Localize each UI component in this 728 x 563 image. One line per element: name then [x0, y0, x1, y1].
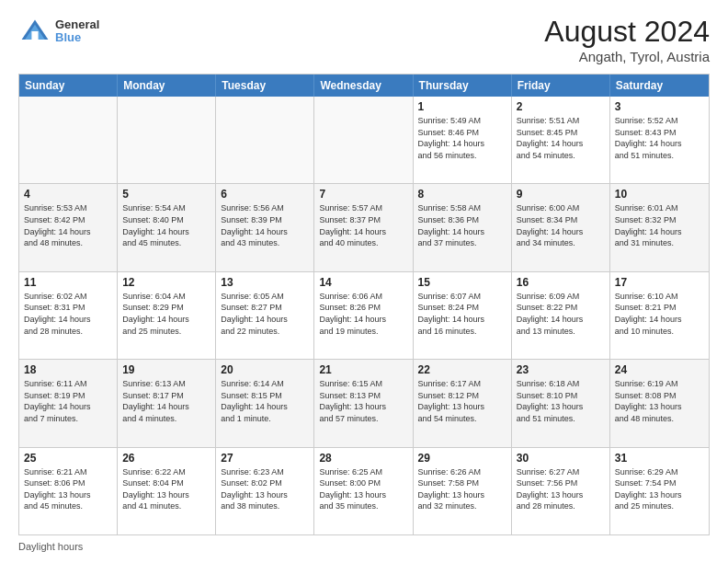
day-number: 12: [122, 276, 210, 289]
logo-line1: General: [55, 18, 99, 31]
day-number: 3: [615, 100, 704, 113]
day-cell: 27Sunrise: 6:23 AM Sunset: 8:02 PM Dayli…: [216, 448, 314, 534]
day-cell: 11Sunrise: 6:02 AM Sunset: 8:31 PM Dayli…: [19, 272, 118, 359]
logo-text: General Blue: [55, 18, 99, 45]
logo: General Blue: [18, 15, 99, 48]
day-info: Sunrise: 6:14 AM Sunset: 8:15 PM Dayligh…: [221, 378, 309, 424]
logo-line2: Blue: [55, 31, 99, 44]
day-info: Sunrise: 5:58 AM Sunset: 8:36 PM Dayligh…: [418, 202, 506, 248]
calendar: SundayMondayTuesdayWednesdayThursdayFrid…: [18, 74, 710, 535]
empty-cell: [118, 97, 216, 183]
day-cell: 16Sunrise: 6:09 AM Sunset: 8:22 PM Dayli…: [512, 272, 610, 359]
day-cell: 28Sunrise: 6:25 AM Sunset: 8:00 PM Dayli…: [314, 448, 413, 534]
day-cell: 9Sunrise: 6:00 AM Sunset: 8:34 PM Daylig…: [512, 184, 610, 270]
day-info: Sunrise: 6:01 AM Sunset: 8:32 PM Dayligh…: [615, 202, 704, 248]
day-cell: 19Sunrise: 6:13 AM Sunset: 8:17 PM Dayli…: [118, 360, 216, 446]
day-cell: 18Sunrise: 6:11 AM Sunset: 8:19 PM Dayli…: [19, 360, 118, 446]
day-info: Sunrise: 6:21 AM Sunset: 8:06 PM Dayligh…: [24, 466, 112, 512]
day-cell: 26Sunrise: 6:22 AM Sunset: 8:04 PM Dayli…: [118, 448, 216, 534]
day-number: 8: [418, 188, 506, 201]
day-info: Sunrise: 6:00 AM Sunset: 8:34 PM Dayligh…: [517, 202, 605, 248]
calendar-row: 4Sunrise: 5:53 AM Sunset: 8:42 PM Daylig…: [19, 183, 709, 270]
day-number: 16: [517, 276, 605, 289]
day-info: Sunrise: 6:26 AM Sunset: 7:58 PM Dayligh…: [418, 466, 506, 512]
day-info: Sunrise: 6:22 AM Sunset: 8:04 PM Dayligh…: [122, 466, 210, 512]
day-cell: 15Sunrise: 6:07 AM Sunset: 8:24 PM Dayli…: [414, 272, 512, 359]
day-cell: 12Sunrise: 6:04 AM Sunset: 8:29 PM Dayli…: [118, 272, 216, 359]
day-cell: 24Sunrise: 6:19 AM Sunset: 8:08 PM Dayli…: [610, 360, 709, 446]
page: General Blue August 2024 Angath, Tyrol, …: [0, 0, 728, 563]
day-number: 15: [418, 276, 506, 289]
day-number: 25: [24, 452, 112, 465]
day-info: Sunrise: 6:06 AM Sunset: 8:26 PM Dayligh…: [319, 291, 407, 337]
day-info: Sunrise: 6:18 AM Sunset: 8:10 PM Dayligh…: [517, 378, 605, 424]
calendar-header-cell: Monday: [118, 75, 216, 97]
day-info: Sunrise: 6:19 AM Sunset: 8:08 PM Dayligh…: [615, 378, 704, 424]
day-number: 30: [517, 452, 605, 465]
day-number: 17: [615, 276, 704, 289]
day-cell: 14Sunrise: 6:06 AM Sunset: 8:26 PM Dayli…: [314, 272, 413, 359]
day-info: Sunrise: 6:09 AM Sunset: 8:22 PM Dayligh…: [517, 291, 605, 337]
day-number: 26: [122, 452, 210, 465]
day-number: 13: [221, 276, 309, 289]
day-cell: 7Sunrise: 5:57 AM Sunset: 8:37 PM Daylig…: [314, 184, 413, 270]
day-info: Sunrise: 5:57 AM Sunset: 8:37 PM Dayligh…: [319, 202, 407, 248]
day-number: 2: [517, 100, 605, 113]
day-info: Sunrise: 5:53 AM Sunset: 8:42 PM Dayligh…: [24, 202, 112, 248]
calendar-header-cell: Thursday: [414, 75, 512, 97]
day-cell: 21Sunrise: 6:15 AM Sunset: 8:13 PM Dayli…: [314, 360, 413, 446]
day-cell: 25Sunrise: 6:21 AM Sunset: 8:06 PM Dayli…: [19, 448, 118, 534]
day-number: 27: [221, 452, 309, 465]
day-number: 6: [221, 188, 309, 201]
day-info: Sunrise: 6:13 AM Sunset: 8:17 PM Dayligh…: [122, 378, 210, 424]
calendar-header-cell: Wednesday: [314, 75, 413, 97]
day-number: 9: [517, 188, 605, 201]
day-cell: 20Sunrise: 6:14 AM Sunset: 8:15 PM Dayli…: [216, 360, 314, 446]
day-cell: 3Sunrise: 5:52 AM Sunset: 8:43 PM Daylig…: [610, 97, 709, 183]
day-number: 21: [319, 363, 407, 376]
day-number: 28: [319, 452, 407, 465]
day-cell: 8Sunrise: 5:58 AM Sunset: 8:36 PM Daylig…: [414, 184, 512, 270]
day-cell: 1Sunrise: 5:49 AM Sunset: 8:46 PM Daylig…: [414, 97, 512, 183]
empty-cell: [19, 97, 118, 183]
day-info: Sunrise: 6:25 AM Sunset: 8:00 PM Dayligh…: [319, 466, 407, 512]
calendar-header-cell: Tuesday: [216, 75, 314, 97]
day-number: 7: [319, 188, 407, 201]
calendar-row: 25Sunrise: 6:21 AM Sunset: 8:06 PM Dayli…: [19, 447, 709, 534]
svg-rect-2: [31, 31, 38, 40]
day-cell: 31Sunrise: 6:29 AM Sunset: 7:54 PM Dayli…: [610, 448, 709, 534]
day-info: Sunrise: 6:10 AM Sunset: 8:21 PM Dayligh…: [615, 291, 704, 337]
day-cell: 23Sunrise: 6:18 AM Sunset: 8:10 PM Dayli…: [512, 360, 610, 446]
day-info: Sunrise: 5:56 AM Sunset: 8:39 PM Dayligh…: [221, 202, 309, 248]
day-number: 1: [418, 100, 506, 113]
day-info: Sunrise: 6:27 AM Sunset: 7:56 PM Dayligh…: [517, 466, 605, 512]
day-number: 29: [418, 452, 506, 465]
day-number: 19: [122, 363, 210, 376]
calendar-header-row: SundayMondayTuesdayWednesdayThursdayFrid…: [19, 75, 709, 97]
calendar-header-cell: Saturday: [610, 75, 709, 97]
day-info: Sunrise: 6:23 AM Sunset: 8:02 PM Dayligh…: [221, 466, 309, 512]
day-number: 14: [319, 276, 407, 289]
day-number: 4: [24, 188, 112, 201]
day-number: 24: [615, 363, 704, 376]
day-number: 31: [615, 452, 704, 465]
footer: Daylight hours: [18, 541, 710, 552]
day-info: Sunrise: 5:52 AM Sunset: 8:43 PM Dayligh…: [615, 115, 704, 161]
day-number: 5: [122, 188, 210, 201]
calendar-subtitle: Angath, Tyrol, Austria: [544, 49, 710, 64]
day-number: 20: [221, 363, 309, 376]
day-number: 11: [24, 276, 112, 289]
day-info: Sunrise: 6:17 AM Sunset: 8:12 PM Dayligh…: [418, 378, 506, 424]
calendar-row: 11Sunrise: 6:02 AM Sunset: 8:31 PM Dayli…: [19, 271, 709, 359]
day-info: Sunrise: 6:11 AM Sunset: 8:19 PM Dayligh…: [24, 378, 112, 424]
calendar-body: 1Sunrise: 5:49 AM Sunset: 8:46 PM Daylig…: [19, 97, 709, 534]
empty-cell: [216, 97, 314, 183]
day-info: Sunrise: 5:54 AM Sunset: 8:40 PM Dayligh…: [122, 202, 210, 248]
day-info: Sunrise: 6:05 AM Sunset: 8:27 PM Dayligh…: [221, 291, 309, 337]
day-cell: 6Sunrise: 5:56 AM Sunset: 8:39 PM Daylig…: [216, 184, 314, 270]
day-number: 22: [418, 363, 506, 376]
day-cell: 29Sunrise: 6:26 AM Sunset: 7:58 PM Dayli…: [414, 448, 512, 534]
day-cell: 17Sunrise: 6:10 AM Sunset: 8:21 PM Dayli…: [610, 272, 709, 359]
day-info: Sunrise: 6:07 AM Sunset: 8:24 PM Dayligh…: [418, 291, 506, 337]
day-cell: 10Sunrise: 6:01 AM Sunset: 8:32 PM Dayli…: [610, 184, 709, 270]
